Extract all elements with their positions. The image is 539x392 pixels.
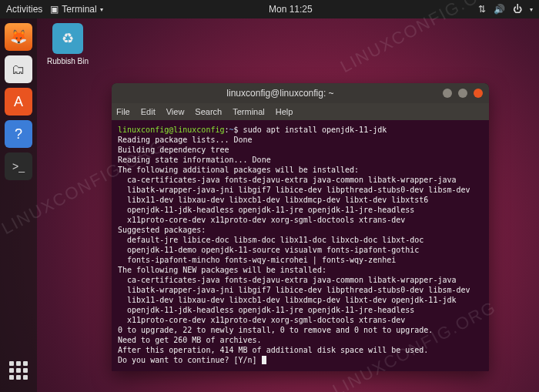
window-close-button[interactable] [474, 89, 483, 98]
window-maximize-button[interactable] [458, 89, 467, 98]
menu-view[interactable]: View [166, 107, 185, 116]
chevron-down-icon: ▾ [530, 6, 533, 13]
menu-terminal[interactable]: Terminal [233, 107, 265, 116]
software-icon: A [14, 94, 23, 110]
menu-file[interactable]: File [116, 107, 130, 116]
terminal-cursor [262, 356, 266, 364]
desktop-trash-label: Rubbish Bin [45, 57, 91, 65]
menu-edit[interactable]: Edit [141, 107, 156, 116]
dock-help[interactable]: ? [5, 120, 32, 148]
volume-icon: 🔊 [494, 4, 505, 15]
network-icon: ⇅ [478, 4, 486, 15]
terminal-output: Reading package lists... Done Building d… [118, 136, 470, 364]
app-menu[interactable]: ▣ Terminal ▾ [50, 4, 102, 15]
app-menu-label: Terminal [62, 4, 96, 15]
terminal-window: linuxconfig@linuxconfig: ~ File Edit Vie… [112, 83, 489, 371]
window-title: linuxconfig@linuxconfig: ~ [118, 88, 443, 99]
desktop-trash[interactable]: ♻ Rubbish Bin [45, 23, 91, 65]
dock-files[interactable]: 🗂 [5, 55, 32, 83]
top-panel: Activities ▣ Terminal ▾ Mon 11:25 ⇅ 🔊 ⏻ … [0, 0, 539, 18]
terminal-menubar: File Edit View Search Terminal Help [112, 103, 489, 120]
window-minimize-button[interactable] [443, 89, 452, 98]
terminal-icon: >_ [12, 160, 25, 173]
prompt-user: linuxconfig@linuxconfig [118, 126, 224, 134]
clock[interactable]: Mon 11:25 [269, 4, 313, 15]
activities-button[interactable]: Activities [6, 4, 42, 15]
show-applications[interactable] [5, 357, 32, 384]
dock-terminal[interactable]: >_ [5, 152, 32, 180]
power-icon: ⏻ [513, 4, 522, 15]
dock-software[interactable]: A [5, 88, 32, 116]
terminal-app-icon: ▣ [50, 4, 59, 15]
dock: 🦊 🗂 A ? >_ [0, 18, 37, 392]
menu-help[interactable]: Help [276, 107, 293, 116]
prompt-end: $ [234, 126, 239, 134]
help-icon: ? [15, 126, 22, 142]
trash-icon: ♻ [52, 23, 83, 54]
dock-firefox[interactable]: 🦊 [5, 23, 32, 51]
terminal-command: sudo apt install openjdk-11-jdk [243, 126, 387, 134]
files-icon: 🗂 [12, 62, 25, 78]
window-titlebar[interactable]: linuxconfig@linuxconfig: ~ [112, 83, 489, 103]
system-indicators[interactable]: ⇅ 🔊 ⏻ ▾ [478, 4, 533, 15]
firefox-icon: 🦊 [10, 28, 27, 45]
terminal-body[interactable]: linuxconfig@linuxconfig:~$ sudo apt inst… [112, 120, 489, 371]
menu-search[interactable]: Search [195, 107, 222, 116]
